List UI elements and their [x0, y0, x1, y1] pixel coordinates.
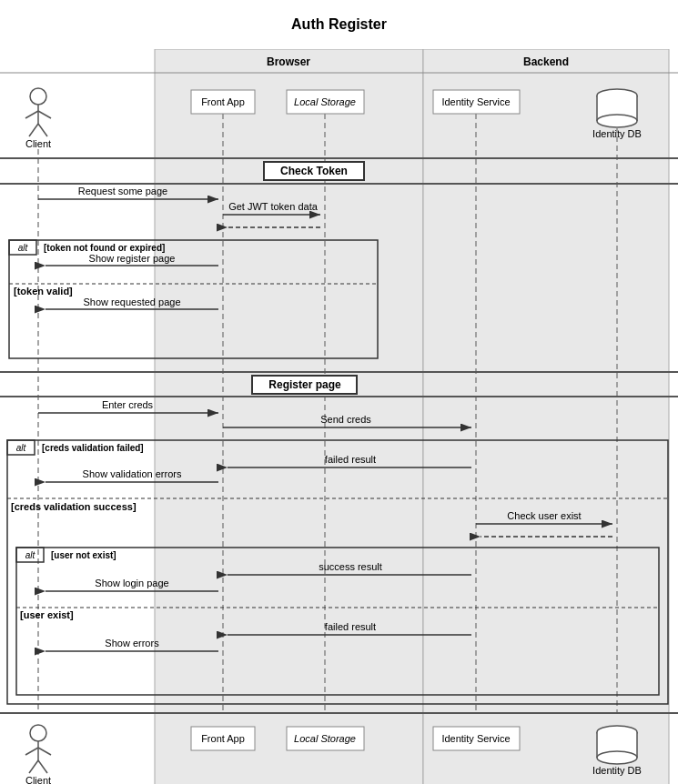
alt3-condition1: [user not exist]	[51, 550, 116, 560]
msg-show-requested: Show requested page	[83, 297, 180, 307]
svg-line-7	[29, 124, 38, 136]
identity-service-top-label: Identity Service	[441, 96, 510, 107]
svg-line-6	[38, 111, 51, 118]
msg-show-errors: Show errors	[105, 638, 159, 648]
svg-line-56	[38, 748, 51, 755]
diagram-container: Auth Register Browser Backend Client Fro…	[0, 0, 678, 784]
msg-enter-creds: Enter creds	[102, 399, 154, 410]
svg-line-8	[38, 124, 47, 136]
local-storage-top-label: Local Storage	[294, 96, 356, 107]
browser-lane-label: Browser	[267, 55, 310, 68]
client-top-label: Client	[25, 138, 51, 149]
msg-send-creds: Send creds	[320, 414, 371, 425]
svg-rect-1	[423, 49, 669, 784]
alt1-label: alt	[18, 243, 29, 253]
alt2-label: alt	[16, 443, 27, 453]
local-storage-bottom-label: Local Storage	[294, 733, 356, 744]
alt1-condition1: [token not found or expired]	[44, 243, 165, 253]
diagram-title: Auth Register	[0, 9, 678, 40]
svg-point-53	[30, 725, 46, 741]
msg-show-validation: Show validation errors	[83, 468, 182, 479]
alt3-condition3: [user exist]	[20, 609, 74, 620]
alt3-label: alt	[25, 550, 36, 560]
front-app-bottom-label: Front App	[201, 733, 245, 744]
svg-point-66	[597, 751, 637, 764]
front-app-top-label: Front App	[201, 96, 245, 107]
svg-point-16	[597, 115, 637, 127]
check-token-label: Check Token	[280, 165, 348, 177]
svg-rect-0	[155, 49, 423, 784]
sequence-diagram: Browser Backend Client Front App Local S…	[0, 49, 678, 784]
register-page-label: Register page	[268, 378, 341, 391]
svg-line-58	[38, 760, 47, 773]
client-bottom-label: Client	[25, 775, 51, 784]
svg-line-5	[25, 111, 38, 118]
alt1-condition2: [token valid]	[14, 286, 73, 297]
svg-line-55	[25, 748, 38, 755]
alt2-condition2: [creds validation success]	[11, 501, 137, 512]
msg-success-result: success result	[319, 561, 382, 572]
backend-lane-label: Backend	[523, 55, 569, 68]
msg-get-jwt: Get JWT token data	[228, 201, 319, 212]
msg-show-login: Show login page	[95, 578, 168, 588]
msg-request-page: Request some page	[78, 186, 167, 196]
alt2-condition1: [creds validation failed]	[42, 443, 144, 453]
identity-service-bottom-label: Identity Service	[441, 733, 510, 744]
identity-db-bottom-label: Identity DB	[592, 765, 642, 776]
msg-check-user: Check user exist	[507, 510, 581, 521]
msg-failed-result2: failed result	[325, 621, 376, 632]
msg-show-register: Show register page	[89, 253, 176, 264]
svg-line-57	[29, 760, 38, 773]
svg-point-3	[30, 88, 46, 105]
msg-failed-result1: failed result	[325, 454, 376, 465]
